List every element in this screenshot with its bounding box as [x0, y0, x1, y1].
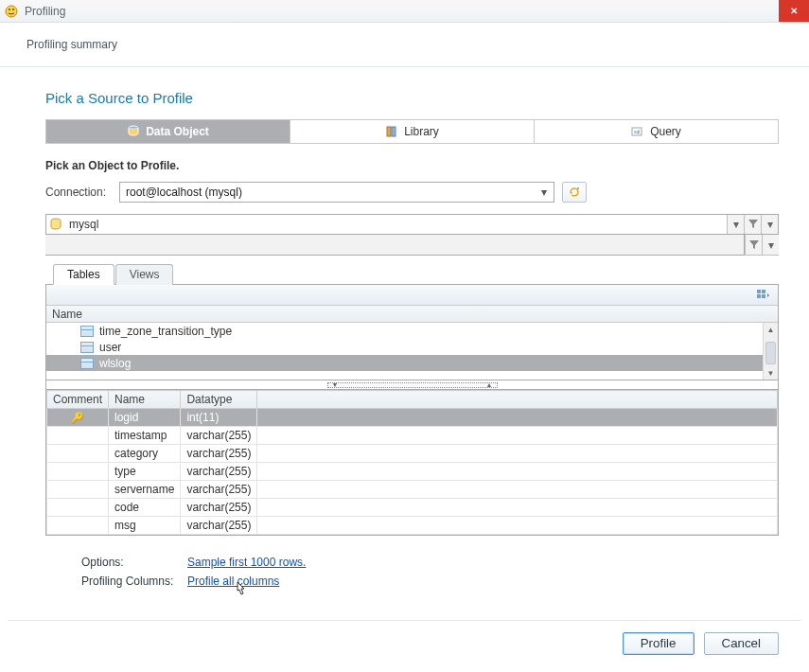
database-menu-arrow[interactable]: ▾ [761, 215, 778, 234]
filter-menu-arrow[interactable]: ▾ [762, 235, 779, 256]
tab-views-label: Views [130, 268, 160, 281]
datatype-cell: varchar(255) [181, 481, 257, 499]
table-tree-item[interactable]: wlslog [46, 355, 778, 371]
key-cell [47, 481, 109, 499]
scrollbar[interactable]: ▲ ▼ [763, 323, 778, 380]
close-button[interactable]: ✕ [779, 0, 809, 22]
table-tree-item-label: wlslog [99, 357, 131, 370]
bottom-divider [8, 620, 801, 621]
table-icon [80, 326, 94, 337]
name-cell: category [109, 445, 181, 463]
refresh-connection-button[interactable] [562, 182, 587, 203]
filter-icon[interactable] [745, 235, 762, 256]
database-value: mysql [65, 218, 727, 231]
sample-rows-text: Sample first 1000 rows. [187, 556, 306, 569]
tab-views[interactable]: Views [115, 264, 174, 285]
cancel-button[interactable]: Cancel [704, 632, 780, 655]
table-tree-item[interactable]: time_zone_transition_type [46, 323, 778, 339]
name-cell: timestamp [109, 427, 181, 445]
svg-rect-11 [762, 290, 765, 293]
scroll-thumb[interactable] [765, 342, 776, 364]
library-icon [385, 125, 398, 138]
column-row[interactable]: 🔑logidint(11) [47, 409, 778, 427]
profile-button[interactable]: Profile [623, 632, 695, 655]
col-name-header[interactable]: Name [109, 391, 181, 409]
col-name-header-text: Name [114, 393, 145, 406]
cancel-button-label: Cancel [722, 633, 762, 654]
key-cell: 🔑 [47, 409, 109, 427]
name-column-header[interactable]: Name [46, 306, 778, 323]
connection-value: root@localhost (mysql) [126, 186, 536, 199]
profiling-columns-label: Profiling Columns: [81, 575, 187, 588]
button-bar: Profile Cancel [623, 632, 779, 655]
key-icon: 🔑 [71, 412, 84, 423]
table-tree-item-label: user [99, 341, 121, 354]
tab-tables[interactable]: Tables [53, 264, 114, 285]
blank-cell [257, 517, 778, 535]
svg-point-8 [577, 187, 579, 189]
svg-rect-4 [387, 127, 391, 136]
database-icon [46, 218, 65, 231]
column-row[interactable]: categoryvarchar(255) [47, 445, 778, 463]
tab-data-object[interactable]: Data Object [46, 120, 290, 143]
svg-point-1 [9, 9, 10, 10]
query-icon: sql [631, 125, 644, 138]
table-tree-item[interactable]: user [46, 339, 778, 355]
database-dropdown-arrow[interactable]: ▾ [727, 215, 744, 234]
tables-toolbar [46, 285, 778, 306]
view-options-button[interactable] [755, 288, 772, 303]
key-cell [47, 427, 109, 445]
filter-input[interactable] [45, 235, 745, 256]
key-cell [47, 499, 109, 517]
divider [0, 66, 809, 67]
col-comment-header[interactable]: Comment [47, 391, 109, 409]
sample-rows-link[interactable]: Sample first 1000 rows. [187, 556, 306, 569]
tables-views-tabbar: Tables Views [45, 263, 779, 284]
tab-query[interactable]: sql Query [535, 120, 778, 143]
window-titlebar: Profiling ✕ [0, 0, 809, 23]
svg-point-0 [6, 6, 17, 17]
col-datatype-header[interactable]: Datatype [181, 391, 257, 409]
column-row[interactable]: msgvarchar(255) [47, 517, 778, 535]
profile-all-columns-link[interactable]: Profile all columns [187, 575, 279, 588]
name-cell: type [109, 463, 181, 481]
blank-cell [257, 427, 778, 445]
column-row[interactable]: servernamevarchar(255) [47, 481, 778, 499]
blank-cell [257, 409, 778, 427]
column-row[interactable]: codevarchar(255) [47, 499, 778, 517]
datatype-cell: varchar(255) [181, 499, 257, 517]
blank-cell [257, 445, 778, 463]
scroll-up-icon[interactable]: ▲ [764, 323, 778, 336]
profile-all-columns-text: Profile all columns [187, 575, 279, 588]
table-icon [80, 342, 94, 353]
table-tree-item-label: time_zone_transition_type [99, 325, 232, 338]
col-comment-header-text: Comment [53, 393, 102, 406]
name-header-text: Name [52, 308, 82, 321]
tables-panel: Name time_zone_transition_typeuserwlslog… [45, 284, 779, 380]
table-icon [80, 358, 94, 369]
data-object-icon [127, 125, 140, 138]
splitter[interactable]: ▼▲ [45, 380, 779, 390]
key-cell [47, 463, 109, 481]
svg-rect-13 [762, 294, 765, 298]
svg-text:sql: sql [634, 129, 640, 134]
svg-rect-12 [757, 294, 761, 298]
tab-tables-label: Tables [67, 268, 100, 281]
section-title: Pick a Source to Profile [45, 90, 779, 106]
name-cell: servername [109, 481, 181, 499]
datatype-cell: varchar(255) [181, 445, 257, 463]
tab-data-object-label: Data Object [146, 125, 209, 138]
database-selector[interactable]: mysql ▾ ▾ [45, 214, 779, 235]
pick-object-heading: Pick an Object to Profile. [45, 159, 779, 172]
scroll-down-icon[interactable]: ▼ [764, 366, 778, 380]
connection-row: Connection: root@localhost (mysql) ▾ [45, 182, 779, 203]
datatype-cell: int(11) [181, 409, 257, 427]
column-row[interactable]: timestampvarchar(255) [47, 427, 778, 445]
column-row[interactable]: typevarchar(255) [47, 463, 778, 481]
database-filter-icon[interactable] [744, 215, 761, 234]
col-datatype-header-text: Datatype [186, 393, 232, 406]
splitter-grip: ▼▲ [327, 382, 498, 388]
connection-dropdown[interactable]: root@localhost (mysql) ▾ [119, 182, 554, 203]
tab-library[interactable]: Library [290, 120, 535, 143]
key-cell [47, 445, 109, 463]
